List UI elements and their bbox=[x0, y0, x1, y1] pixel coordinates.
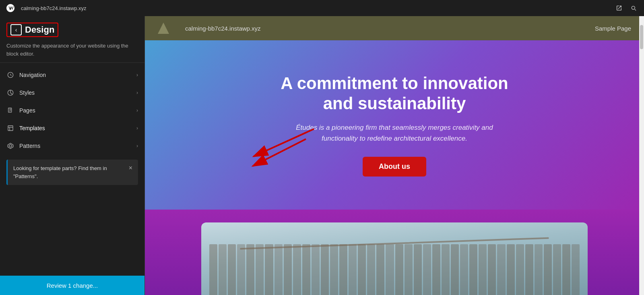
wordpress-logo[interactable] bbox=[5, 2, 16, 14]
navigation-label: Navigation bbox=[19, 72, 132, 78]
svg-rect-8 bbox=[8, 126, 13, 131]
sidebar-nav: Navigation › Styles › bbox=[0, 63, 144, 276]
sidebar-item-navigation[interactable]: Navigation › bbox=[0, 66, 144, 84]
patterns-chevron: › bbox=[136, 143, 138, 149]
svg-marker-11 bbox=[8, 143, 13, 148]
styles-label: Styles bbox=[19, 89, 132, 96]
pages-chevron: › bbox=[136, 108, 138, 113]
main-layout: ‹ Design Customize the appearance of you… bbox=[0, 16, 644, 295]
hero-section: A commitment to innovation and sustainab… bbox=[145, 40, 644, 210]
styles-icon bbox=[6, 89, 14, 97]
search-icon[interactable] bbox=[628, 2, 639, 14]
pages-label: Pages bbox=[19, 107, 132, 114]
preview-pane: calming-bb7c24.instawp.xyz Sample Page A… bbox=[145, 16, 644, 295]
website-site-name: calming-bb7c24.instawp.xyz bbox=[185, 25, 261, 32]
templates-label: Templates bbox=[19, 125, 132, 131]
svg-marker-12 bbox=[9, 145, 12, 148]
info-box: Looking for template parts? Find them in… bbox=[6, 160, 138, 185]
navigation-chevron: › bbox=[136, 72, 138, 78]
sample-page-link[interactable]: Sample Page bbox=[595, 25, 631, 32]
review-changes-button[interactable]: Review 1 change... bbox=[0, 276, 144, 295]
hero-subtitle: Études is a pioneering firm that seamles… bbox=[294, 122, 495, 144]
external-link-icon[interactable] bbox=[613, 2, 625, 14]
sidebar-item-pages[interactable]: Pages › bbox=[0, 102, 144, 119]
hero-title: A commitment to innovation and sustainab… bbox=[274, 73, 515, 114]
website-logo bbox=[158, 23, 169, 34]
scrollbar-thumb[interactable] bbox=[640, 25, 643, 49]
info-box-close-button[interactable]: × bbox=[129, 165, 132, 171]
top-bar: calming-bb7c24.instawp.xyz bbox=[0, 0, 644, 16]
navigation-icon bbox=[6, 71, 14, 79]
sidebar: ‹ Design Customize the appearance of you… bbox=[0, 16, 145, 295]
patterns-label: Patterns bbox=[19, 143, 132, 149]
top-bar-site-url: calming-bb7c24.instawp.xyz bbox=[21, 5, 609, 11]
top-bar-actions bbox=[613, 2, 639, 14]
design-back-area: ‹ Design bbox=[6, 23, 138, 37]
sidebar-item-styles[interactable]: Styles › bbox=[0, 84, 144, 102]
svg-line-2 bbox=[10, 75, 12, 75]
design-description: Customize the appearance of your website… bbox=[6, 42, 138, 58]
building-section bbox=[145, 210, 644, 295]
patterns-icon bbox=[6, 142, 14, 150]
website-header: calming-bb7c24.instawp.xyz Sample Page bbox=[145, 16, 644, 40]
styles-chevron: › bbox=[136, 90, 138, 96]
sidebar-item-patterns[interactable]: Patterns › bbox=[0, 137, 144, 155]
design-title: Design bbox=[25, 25, 54, 35]
design-header-highlighted: ‹ Design bbox=[6, 23, 58, 37]
logo-triangle bbox=[158, 23, 169, 34]
sidebar-item-templates[interactable]: Templates › bbox=[0, 119, 144, 137]
hero-cta-button[interactable]: About us bbox=[363, 157, 426, 177]
templates-icon bbox=[6, 124, 14, 132]
back-button[interactable]: ‹ bbox=[10, 24, 22, 35]
info-box-text: Looking for template parts? Find them in… bbox=[13, 164, 125, 180]
pages-icon bbox=[6, 106, 14, 114]
building-image bbox=[201, 222, 588, 295]
sidebar-header: ‹ Design Customize the appearance of you… bbox=[0, 16, 144, 63]
templates-chevron: › bbox=[136, 125, 138, 131]
scrollbar-track[interactable] bbox=[639, 16, 644, 295]
